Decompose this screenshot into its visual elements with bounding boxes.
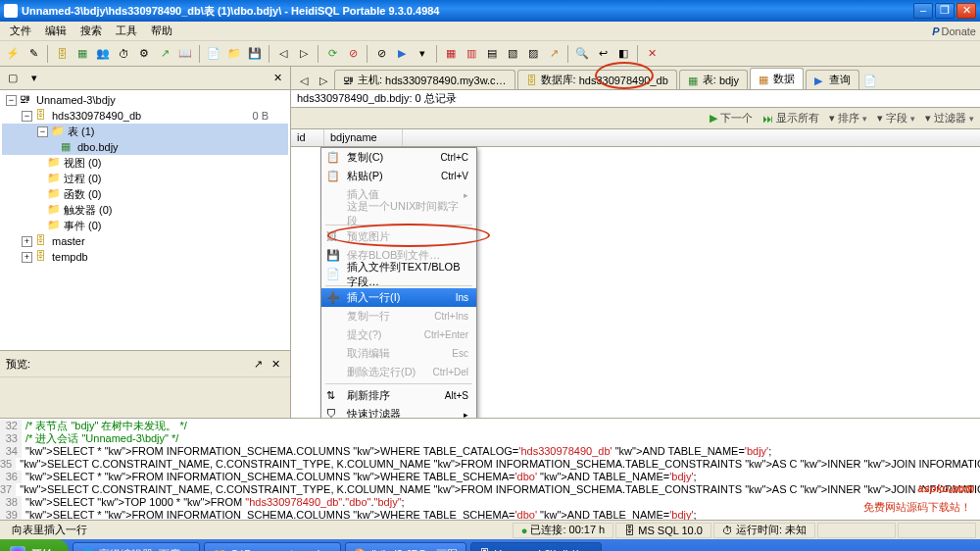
tree-session[interactable]: − 🖳 Unnamed-3\bdjy	[2, 92, 288, 108]
tab-table[interactable]: ▦表:bdjy	[679, 70, 748, 89]
ctx-copy[interactable]: 📋复制(C)Ctrl+C	[321, 148, 476, 167]
expander-icon[interactable]: +	[22, 236, 32, 247]
toolbar-newtab-icon[interactable]: ◧	[614, 45, 632, 63]
menu-search[interactable]: 搜索	[74, 22, 108, 40]
toolbar-grid3-icon[interactable]: ▤	[483, 45, 501, 63]
toolbar-refresh-icon[interactable]: ⟳	[323, 45, 341, 63]
toolbar-book-icon[interactable]: 📖	[176, 45, 194, 63]
task-item[interactable]: 🌐高级编辑器_百度…	[73, 542, 200, 551]
toolbar-grid1-icon[interactable]: ▦	[442, 45, 460, 63]
preview-pop-icon[interactable]: ↗	[249, 355, 267, 373]
grid-body[interactable]: 📋复制(C)Ctrl+C 📋粘贴(P)Ctrl+V 插入值▸ 这是一个UNIX时…	[291, 147, 980, 418]
ctx-refreshsort[interactable]: ⇅刷新排序Alt+S	[321, 386, 476, 405]
toolbar-exit-icon[interactable]: ✕	[643, 45, 661, 63]
menu-tools[interactable]: 工具	[110, 22, 143, 40]
tree-procs[interactable]: 📁过程 (0)	[2, 171, 288, 186]
menu-bar: 文件 编辑 搜索 工具 帮助 PDonate	[0, 22, 980, 41]
windows-taskbar: 开始 🌐高级编辑器_百度… 📁C:\Documents and … 🎨jbtjz…	[0, 539, 980, 551]
col-id[interactable]: id	[291, 129, 324, 146]
menu-edit[interactable]: 编辑	[39, 22, 73, 40]
tree-close-icon[interactable]: ✕	[269, 70, 286, 87]
toolbar-grid4-icon[interactable]: ▧	[504, 45, 521, 63]
ctx-paste[interactable]: 📋粘贴(P)Ctrl+V	[321, 167, 476, 185]
toolbar-folder-icon[interactable]: 📁	[225, 45, 243, 63]
tree-tempdb[interactable]: +🗄tempdb	[2, 249, 288, 265]
tab-add-icon[interactable]: 📄	[861, 72, 879, 89]
minimize-button[interactable]: –	[913, 3, 933, 19]
toolbar-stop-icon[interactable]: ⊘	[372, 45, 390, 63]
toolbar-export-icon[interactable]: ↗	[156, 45, 173, 63]
status-empty2	[898, 523, 976, 538]
toolbar-play-dd-icon[interactable]: ▾	[414, 45, 431, 63]
tree-tables[interactable]: − 📁 表 (1)	[2, 124, 288, 139]
tab-prev-icon[interactable]: ◁	[295, 72, 313, 89]
tree-views[interactable]: 📁视图 (0)	[2, 155, 288, 171]
toolbar-sqlfile-icon[interactable]: 📄	[205, 45, 222, 63]
col-name[interactable]: bdjyname	[324, 129, 403, 146]
ctx-insertrow[interactable]: ➕插入一行(I)Ins	[321, 288, 476, 307]
expander-icon[interactable]: +	[22, 252, 32, 263]
grid-sort[interactable]: ▾排序▾	[829, 111, 867, 125]
toolbar-db-icon[interactable]: 🗄	[53, 45, 71, 63]
tree-funcs[interactable]: 📁函数 (0)	[2, 186, 288, 202]
ctx-insertfile[interactable]: 📄插入文件到TEXT/BLOB字段…	[321, 265, 476, 283]
tree-tools: ▢ ▾ ✕	[0, 67, 290, 90]
folder-icon: 📁	[47, 203, 61, 217]
menu-help[interactable]: 帮助	[145, 22, 178, 40]
expander-icon[interactable]: −	[6, 95, 17, 106]
sql-log[interactable]: 32/* 表节点 "bdjy" 在树中未发现。 */33/* 进入会话 "Unn…	[0, 418, 980, 520]
donate-link[interactable]: PDonate	[932, 25, 976, 37]
toolbar-wrap-icon[interactable]: ↩	[594, 45, 612, 63]
close-button[interactable]: ✕	[956, 3, 976, 19]
tab-data[interactable]: ▦数据	[750, 68, 804, 89]
toolbar-find-icon[interactable]: 🔍	[573, 45, 591, 63]
window-title: Unnamed-3\bdjy\hds330978490_db\表 (1)\dbo…	[22, 4, 913, 19]
grid-field[interactable]: ▾字段▾	[877, 111, 915, 125]
data-icon: ▦	[759, 74, 770, 85]
toolbar-variables-icon[interactable]: ⚙	[135, 45, 153, 63]
ctx-cancel: 取消编辑Esc	[321, 344, 476, 363]
toolbar-grid2-icon[interactable]: ▥	[463, 45, 480, 63]
tab-query[interactable]: ▶查询	[806, 70, 859, 89]
tree-table-item[interactable]: ▦ dbo.bdjy	[2, 139, 288, 155]
menu-file[interactable]: 文件	[4, 22, 37, 40]
toolbar-next-icon[interactable]: ▷	[295, 45, 313, 63]
tab-bar: ◁ ▷ 🖳主机:hds330978490.my3w.c… 🗄数据库:hds330…	[291, 67, 980, 90]
tab-host[interactable]: 🖳主机:hds330978490.my3w.c…	[334, 70, 515, 89]
paint-icon: 🎨	[354, 548, 368, 552]
task-item[interactable]: 🎨jbtjzd2.JPG - 画图	[345, 542, 466, 551]
tree-master[interactable]: +🗄master	[2, 233, 288, 249]
toolbar-play-icon[interactable]: ▶	[393, 45, 411, 63]
toolbar-export2-icon[interactable]: ↗	[545, 45, 563, 63]
toolbar-cancel-icon[interactable]: ⊘	[344, 45, 362, 63]
toolbar-prev-icon[interactable]: ◁	[274, 45, 292, 63]
tab-next-icon[interactable]: ▷	[315, 72, 332, 89]
task-item[interactable]: 📁C:\Documents and …	[204, 542, 341, 551]
maximize-button[interactable]: ❐	[935, 3, 955, 19]
start-button[interactable]: 开始	[0, 539, 69, 551]
expander-icon[interactable]: −	[37, 126, 48, 137]
toolbar-disconnect-icon[interactable]: ⚡	[4, 45, 22, 63]
task-item-active[interactable]: 🗄Unnamed-3\bdjy\h…	[470, 542, 602, 551]
toolbar-table-icon[interactable]: ▦	[74, 45, 91, 63]
toolbar-users-icon[interactable]: 👥	[94, 45, 112, 63]
tree-filter-icon[interactable]: ▢	[4, 70, 22, 87]
toolbar-new-icon[interactable]: ✎	[24, 45, 42, 63]
tree-dd-icon[interactable]: ▾	[25, 70, 43, 87]
grid-next[interactable]: ▶下一个	[710, 111, 753, 125]
left-panel: ▢ ▾ ✕ − 🖳 Unnamed-3\bdjy − 🗄 hds33097849…	[0, 67, 291, 418]
toolbar-grid5-icon[interactable]: ▨	[524, 45, 542, 63]
toolbar-time-icon[interactable]: ⏱	[115, 45, 132, 63]
tree-db[interactable]: − 🗄 hds330978490_db 0 B	[2, 108, 288, 124]
db-tree[interactable]: − 🖳 Unnamed-3\bdjy − 🗄 hds330978490_db 0…	[0, 90, 290, 350]
expander-icon[interactable]: −	[22, 111, 32, 122]
tab-database[interactable]: 🗄数据库:hds330978490_db	[517, 70, 677, 89]
tree-events[interactable]: 📁事件 (0)	[2, 218, 288, 233]
grid-filter[interactable]: ▾过滤器▾	[925, 111, 974, 125]
ctx-unix: 这是一个UNIX时间戳字段	[321, 204, 476, 223]
toolbar-save-icon[interactable]: 💾	[246, 45, 264, 63]
tree-triggers[interactable]: 📁触发器 (0)	[2, 202, 288, 218]
status-empty1	[817, 523, 896, 538]
preview-close-icon[interactable]: ✕	[267, 355, 284, 373]
grid-showall[interactable]: ⏭显示所有	[762, 111, 819, 125]
